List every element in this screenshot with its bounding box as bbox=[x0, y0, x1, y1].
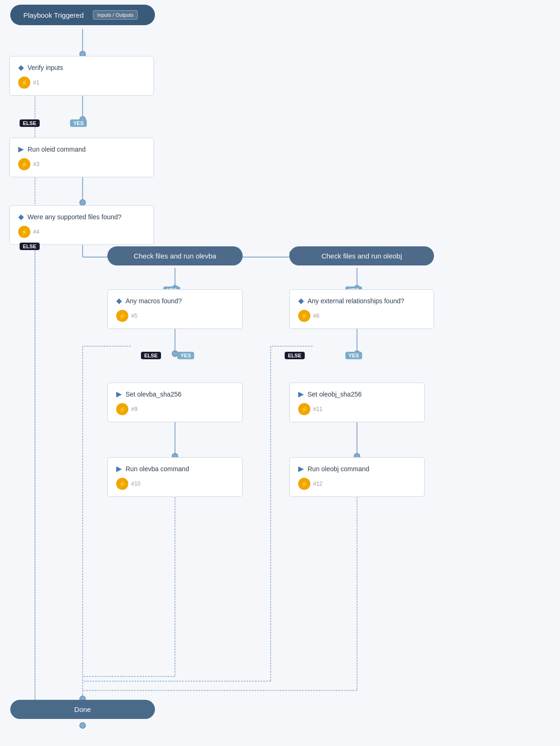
diamond-icon-extrel: ◆ bbox=[298, 296, 304, 305]
lightning-icon-run-oleobj: ⚡ bbox=[298, 478, 310, 490]
run-oleobj-node[interactable]: ▶ Run oleobj command ⚡ #12 bbox=[289, 457, 425, 497]
arrow-icon-oleobj: ▶ bbox=[298, 390, 304, 398]
lightning-icon-oleid: ⚡ bbox=[18, 158, 30, 170]
yes-badge-set-olevba: YES bbox=[177, 352, 194, 359]
run-oleobj-num: #12 bbox=[313, 481, 322, 487]
lightning-icon-run-olevba: ⚡ bbox=[116, 478, 128, 490]
else-badge-supported: ELSE bbox=[20, 243, 40, 250]
run-oleid-node[interactable]: ▶ Run oleid command ⚡ #3 bbox=[9, 138, 154, 177]
set-olevba-label: Set olevba_sha256 bbox=[126, 390, 182, 398]
check-oleobj-node[interactable]: Check files and run oleobj bbox=[289, 246, 434, 265]
else-badge-extrel: ELSE bbox=[285, 352, 305, 359]
lightning-icon-macros: ⚡ bbox=[116, 310, 128, 322]
io-button[interactable]: Inputs / Outputs bbox=[93, 10, 138, 20]
any-extrel-label: Any external relationships found? bbox=[308, 297, 404, 305]
check-oleobj-label: Check files and run oleobj bbox=[322, 252, 402, 260]
diamond-icon-macros: ◆ bbox=[116, 296, 122, 305]
yes-badge-verify: YES bbox=[70, 119, 87, 127]
arrow-icon-oleid: ▶ bbox=[18, 145, 24, 153]
set-oleobj-label: Set oleobj_sha256 bbox=[308, 390, 362, 398]
flowchart-canvas: Playbook Triggered Inputs / Outputs ◆ Ve… bbox=[0, 0, 560, 746]
done-label: Done bbox=[74, 705, 91, 713]
any-extrel-num: #6 bbox=[313, 313, 319, 319]
run-olevba-label: Run olevba command bbox=[126, 465, 189, 473]
arrow-icon-run-olevba: ▶ bbox=[116, 464, 122, 473]
else-badge-macros: ELSE bbox=[141, 352, 161, 359]
lightning-icon-extrel: ⚡ bbox=[298, 310, 310, 322]
run-oleid-label: Run oleid command bbox=[28, 146, 86, 153]
run-olevba-num: #10 bbox=[131, 481, 140, 487]
svg-point-34 bbox=[80, 723, 85, 728]
connector-lines bbox=[0, 0, 560, 746]
verify-inputs-label: Verify inputs bbox=[28, 64, 63, 71]
svg-point-5 bbox=[80, 200, 85, 205]
verify-inputs-node[interactable]: ◆ Verify inputs ⚡ #1 bbox=[9, 56, 154, 96]
lightning-icon-set-oleobj: ⚡ bbox=[298, 403, 310, 415]
check-olevba-node[interactable]: Check files and run olevba bbox=[107, 246, 243, 265]
any-macros-num: #5 bbox=[131, 313, 137, 319]
run-oleobj-label: Run oleobj command bbox=[308, 465, 369, 473]
else-badge-verify: ELSE bbox=[20, 119, 40, 127]
lightning-icon-supported: ⚡ bbox=[18, 226, 30, 238]
any-extrel-node[interactable]: ◆ Any external relationships found? ⚡ #6 bbox=[289, 289, 434, 329]
yes-badge-set-oleobj: YES bbox=[345, 352, 362, 359]
any-supported-label: Were any supported files found? bbox=[28, 213, 121, 221]
lightning-icon-set-olevba: ⚡ bbox=[116, 403, 128, 415]
diamond-icon: ◆ bbox=[18, 63, 24, 72]
check-olevba-label: Check files and run olevba bbox=[134, 252, 217, 260]
trigger-label: Playbook Triggered bbox=[23, 11, 84, 19]
set-oleobj-num: #11 bbox=[313, 406, 322, 412]
any-macros-label: Any macros found? bbox=[126, 297, 182, 305]
done-node: Done bbox=[10, 700, 155, 719]
verify-inputs-num: #1 bbox=[33, 79, 39, 86]
any-supported-node[interactable]: ◆ Were any supported files found? ⚡ #4 bbox=[9, 205, 154, 245]
lightning-icon: ⚡ bbox=[18, 77, 30, 89]
trigger-node: Playbook Triggered Inputs / Outputs bbox=[10, 5, 155, 25]
arrow-icon-olevba: ▶ bbox=[116, 390, 122, 398]
any-macros-node[interactable]: ◆ Any macros found? ⚡ #5 bbox=[107, 289, 243, 329]
run-oleid-num: #3 bbox=[33, 161, 39, 167]
run-olevba-node[interactable]: ▶ Run olevba command ⚡ #10 bbox=[107, 457, 243, 497]
set-olevba-node[interactable]: ▶ Set olevba_sha256 ⚡ #9 bbox=[107, 383, 243, 422]
arrow-icon-run-oleobj: ▶ bbox=[298, 464, 304, 473]
any-supported-num: #4 bbox=[33, 229, 39, 235]
diamond-icon-supported: ◆ bbox=[18, 212, 24, 221]
set-oleobj-node[interactable]: ▶ Set oleobj_sha256 ⚡ #11 bbox=[289, 383, 425, 422]
set-olevba-num: #9 bbox=[131, 406, 137, 412]
